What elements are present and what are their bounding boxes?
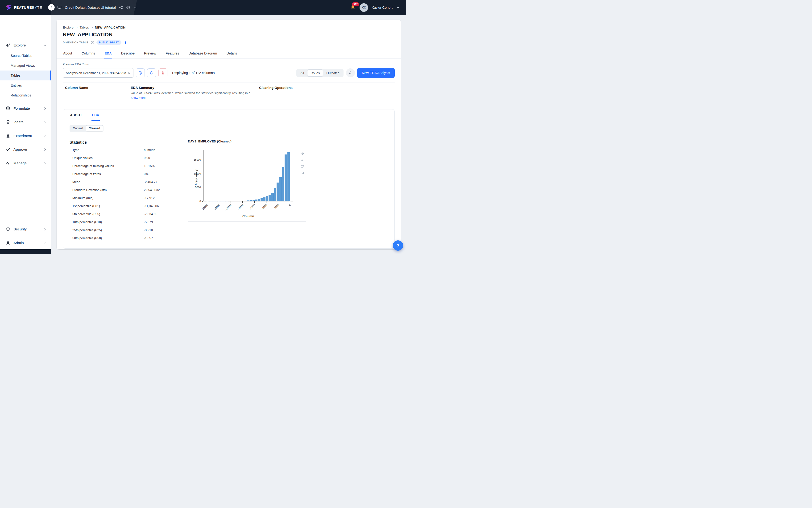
shield-icon — [6, 227, 10, 231]
tab-database-diagram[interactable]: Database Diagram — [188, 49, 218, 58]
table-meta-row: DIMENSION TABLE PUBLIC_DRAFT — [63, 40, 395, 45]
eda-controls-row: Analysis on December 1, 2025 9:43:47 AM — [63, 68, 395, 78]
x-tick-label: -14000 — [200, 204, 209, 211]
sidebar-item-managed-views[interactable]: Managed Views — [0, 60, 51, 71]
eda-run-select[interactable]: Analysis on December 1, 2025 9:43:47 AM — [63, 68, 133, 78]
help-button[interactable]: ? — [393, 240, 403, 251]
tab-about[interactable]: About — [63, 49, 73, 58]
gear-icon[interactable] — [126, 5, 130, 10]
stat-label: 10th percentile (P10) — [73, 220, 144, 224]
filter-all[interactable]: All — [297, 69, 307, 77]
breadcrumb-item[interactable]: Tables — [80, 26, 89, 29]
sidebar-item-entities[interactable]: Entities — [0, 80, 51, 90]
detail-tab-eda[interactable]: EDA — [91, 110, 99, 121]
filter-issues[interactable]: Issues — [307, 69, 323, 77]
stat-row: 10th percentile (P10)-5,379 — [70, 218, 180, 226]
stat-label: Percentage of missing values — [73, 164, 144, 168]
table-type-label: DIMENSION TABLE — [63, 41, 88, 44]
tab-features[interactable]: Features — [165, 49, 180, 58]
person-icon — [6, 241, 10, 245]
sidebar-item-security[interactable]: Security — [0, 224, 51, 235]
sidebar-item-admin[interactable]: Admin — [0, 238, 51, 248]
tooltip-icon[interactable] — [300, 171, 304, 175]
breadcrumb-separator: > — [76, 26, 78, 29]
previous-runs-label: Previous EDA Runs — [63, 63, 395, 66]
zoom-icon[interactable] — [300, 158, 304, 162]
histogram-bar — [255, 200, 258, 201]
help-circle-icon[interactable] — [91, 41, 94, 44]
brand-name-light: BYTE — [32, 5, 42, 9]
stat-value: 2,354.0032 — [144, 188, 180, 192]
variant-cleaned[interactable]: Cleaned — [86, 125, 103, 131]
breadcrumb-separator: > — [91, 26, 93, 29]
histogram-bar — [253, 200, 255, 201]
stat-row: Typenumeric — [70, 146, 180, 154]
tab-eda[interactable]: EDA — [104, 49, 112, 58]
stat-label: Minimum (min) — [73, 196, 144, 200]
kebab-menu-icon[interactable] — [124, 41, 127, 44]
sidebar-item-tables[interactable]: Tables — [0, 71, 51, 80]
histogram-bar — [250, 200, 252, 201]
variant-original[interactable]: Original — [70, 125, 86, 131]
featurebyte-logo-icon — [5, 4, 12, 11]
stat-value: -7,334.95 — [144, 212, 180, 216]
stat-row: Percentage of missing values18.15% — [70, 162, 180, 170]
toolbar-indicator — [305, 152, 305, 156]
stat-row: 25th percentile (P25)-3,210 — [70, 226, 180, 234]
sidebar-item-approve[interactable]: Approve — [0, 144, 51, 155]
breadcrumb: Explore>Tables>NEW_APPLICATION — [63, 26, 395, 29]
stat-value: -2,404.77 — [144, 180, 180, 184]
detail-tab-about[interactable]: ABOUT — [70, 110, 83, 121]
sidebar-item-relationships[interactable]: Relationships — [0, 90, 51, 100]
tab-preview[interactable]: Preview — [144, 49, 157, 58]
stat-label: Percentage of zeros — [73, 172, 144, 176]
sidebar-collapse-button[interactable] — [48, 4, 55, 11]
columns-table-row[interactable]: value of 365243 was identified, which sk… — [63, 91, 395, 103]
user-name: Xavier Conort — [371, 6, 393, 9]
search-button[interactable] — [346, 69, 355, 77]
sidebar-item-formulate[interactable]: Formulate — [0, 103, 51, 114]
statistics-table: TypenumericUnique values9,901Percentage … — [70, 146, 180, 242]
brand-name-bold: FEATURE — [14, 5, 32, 9]
sidebar-subnav: Source TablesManaged ViewsTablesEntities… — [0, 51, 51, 100]
tab-columns[interactable]: Columns — [81, 49, 95, 58]
breadcrumb-item[interactable]: Explore — [63, 26, 74, 29]
page-title: NEW_APPLICATION — [63, 32, 395, 38]
sidebar-item-explore[interactable]: Explore — [0, 40, 51, 51]
sidebar-item-experiment[interactable]: Experiment — [0, 130, 51, 141]
stat-value: -3,210 — [144, 228, 180, 232]
chevron-right-icon — [43, 147, 47, 152]
histogram-bar — [239, 201, 241, 201]
show-more-link[interactable]: Show more — [131, 96, 259, 99]
share-icon[interactable] — [119, 5, 123, 10]
main-area: Explore>Tables>NEW_APPLICATION NEW_APPLI… — [51, 15, 406, 254]
tab-details[interactable]: Details — [226, 49, 237, 58]
brand-logo[interactable]: FEATUREBYTE — [0, 4, 51, 11]
avatar[interactable]: XC — [360, 3, 368, 12]
tab-describe[interactable]: Describe — [121, 49, 135, 58]
sidebar-item-source-tables[interactable]: Source Tables — [0, 51, 51, 60]
chevron-down-icon[interactable] — [133, 6, 137, 9]
select-chevrons-icon — [127, 71, 131, 75]
sidebar-nav: ExploreSource TablesManaged ViewsTablesE… — [0, 15, 51, 169]
refresh-button[interactable] — [147, 69, 156, 77]
notifications-button[interactable]: 992 — [350, 4, 356, 11]
histogram-bar — [234, 201, 236, 201]
pan-icon[interactable] — [300, 152, 304, 155]
delete-button[interactable] — [159, 69, 167, 77]
x-tick-label: -12000 — [213, 204, 220, 211]
x-tick-label: -6000 — [249, 204, 256, 210]
info-button[interactable] — [136, 69, 145, 77]
new-eda-analysis-button[interactable]: New EDA Analysis — [357, 68, 395, 78]
reset-view-icon[interactable] — [300, 165, 304, 168]
chevron-right-icon — [43, 120, 47, 124]
workspace-title: Credit Default Dataset UI tutorial — [65, 5, 116, 9]
x-axis-title: Column — [203, 214, 293, 218]
user-menu-chevron-icon[interactable] — [396, 6, 400, 9]
filter-outdated[interactable]: Outdated — [323, 69, 343, 77]
histogram-bar — [244, 201, 247, 201]
sidebar-item-manage[interactable]: Manage — [0, 158, 51, 169]
y-tick-label: 5000 — [188, 186, 201, 189]
chevron-left-icon — [50, 6, 53, 9]
sidebar-item-ideate[interactable]: Ideate — [0, 117, 51, 128]
